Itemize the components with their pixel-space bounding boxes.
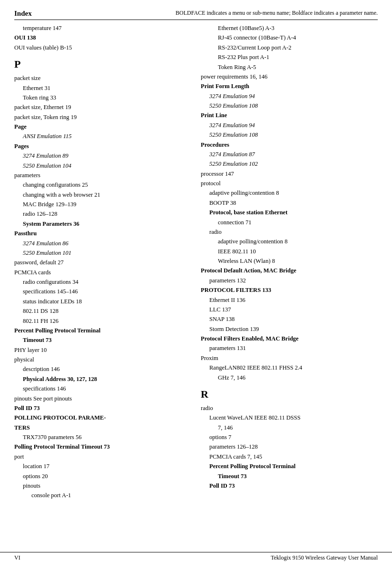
list-item: 5250 Emulation 108 xyxy=(201,101,378,110)
list-item: POLLING PROTOCOL PARAME- xyxy=(14,413,191,422)
list-item: SNAP 138 xyxy=(201,315,378,324)
list-item: radio xyxy=(201,228,378,237)
list-item: IEEE 802.11 10 xyxy=(201,247,378,256)
list-item: TRX7370 parameters 56 xyxy=(14,433,191,442)
list-item: 7, 146 xyxy=(201,423,378,432)
list-item: console port A-1 xyxy=(14,491,191,500)
list-item: 5250 Emulation 102 xyxy=(201,160,378,169)
list-item: Percent Polling Protocol Terminal xyxy=(14,326,191,335)
list-item: Protocol Default Action, MAC Bridge xyxy=(201,266,378,275)
list-item: adaptive polling/contention 8 xyxy=(201,237,378,246)
list-item: packet size xyxy=(14,74,191,83)
list-item: Passthru xyxy=(14,229,191,238)
list-item: connection 71 xyxy=(201,218,378,227)
list-item: changing configurations 25 xyxy=(14,180,191,190)
list-item: description 146 xyxy=(14,365,191,374)
header-index-label: Index xyxy=(14,10,32,18)
list-item: packet size, Token ring 19 xyxy=(14,113,191,122)
list-item: location 17 xyxy=(14,462,191,471)
column-left: temperature 147OUI 138OUI values (table)… xyxy=(14,24,191,501)
list-item: 3274 Emulation 87 xyxy=(201,150,378,159)
list-item: parameters 132 xyxy=(201,276,378,285)
list-item: changing with a web browser 21 xyxy=(14,190,191,200)
list-item: Ethernet 31 xyxy=(14,84,191,93)
list-item: Print Line xyxy=(201,111,378,120)
list-item: power requirements 16, 146 xyxy=(201,72,378,81)
list-item: Wireless LAN (Wlan) 8 xyxy=(201,257,378,266)
list-item: specifications 145–146 xyxy=(14,287,191,296)
list-item: Protocol, base station Ethernet xyxy=(201,208,378,217)
list-item: 3274 Emulation 94 xyxy=(201,121,378,130)
list-item: adaptive polling/contention 8 xyxy=(201,189,378,198)
list-item: Physical Address 30, 127, 128 xyxy=(14,375,191,384)
list-item: 802.11 DS 128 xyxy=(14,307,191,316)
list-item: options 20 xyxy=(14,472,191,481)
footer-book-title: Teklogix 9150 Wireless Gateway User Manu… xyxy=(271,554,378,561)
header-description: BOLDFACE indicates a menu or sub-menu na… xyxy=(176,10,378,17)
list-item: Pages xyxy=(14,142,191,151)
list-item: GHz 7, 146 xyxy=(201,373,378,382)
list-item: Polling Protocol Terminal Timeout 73 xyxy=(14,442,191,451)
list-item: OUI values (table) B-15 xyxy=(14,43,191,52)
list-item: Proxim xyxy=(201,354,378,363)
list-item: Lucent WaveLAN IEEE 802.11 DSSS xyxy=(201,413,378,422)
list-item: pinouts See port pinouts xyxy=(14,394,191,403)
list-item: TERS xyxy=(14,423,191,432)
list-item: specifications 146 xyxy=(14,384,191,393)
list-item: Ethernet (10Base5) A-3 xyxy=(201,24,378,33)
list-item: 3274 Emulation 86 xyxy=(14,239,191,248)
list-item: protocol xyxy=(201,179,378,188)
list-item: pinouts xyxy=(14,481,191,491)
list-item: parameters xyxy=(14,171,191,180)
list-item: ANSI Emulation 115 xyxy=(14,132,191,141)
list-item: temperature 147 xyxy=(14,24,191,33)
list-item: radio configurations 34 xyxy=(14,278,191,287)
list-item: LLC 137 xyxy=(201,305,378,314)
column-right: Ethernet (10Base5) A-3RJ-45 connector (1… xyxy=(201,24,378,501)
list-item: password, default 27 xyxy=(14,258,191,267)
list-item: Token Ring A-5 xyxy=(201,63,378,72)
list-item: OUI 138 xyxy=(14,33,191,42)
list-item: PROTOCOL FILTERS 133 xyxy=(201,286,378,295)
list-item: 5250 Emulation 108 xyxy=(201,130,378,140)
list-item: Poll ID 73 xyxy=(14,404,191,413)
list-item: 3274 Emulation 94 xyxy=(201,92,378,101)
list-item: radio xyxy=(201,404,378,413)
list-item: PHY layer 10 xyxy=(14,346,191,355)
list-item: radio 126–128 xyxy=(14,210,191,219)
list-item: BOOTP 38 xyxy=(201,199,378,208)
list-item: processor 147 xyxy=(201,170,378,179)
list-item: 3274 Emulation 89 xyxy=(14,151,191,160)
list-item: packet size, Ethernet 19 xyxy=(14,103,191,112)
list-item: PCMCIA cards xyxy=(14,268,191,277)
list-item: Storm Detection 139 xyxy=(201,325,378,334)
list-item: Timeout 73 xyxy=(14,336,191,345)
list-item: P xyxy=(14,56,191,72)
list-item: RJ-45 connector (10Base-T) A-4 xyxy=(201,33,378,42)
list-item: R xyxy=(201,386,378,402)
list-item: 5250 Emulation 101 xyxy=(14,249,191,258)
list-item: physical xyxy=(14,355,191,364)
list-item: parameters 131 xyxy=(201,344,378,353)
list-item: System Parameters 36 xyxy=(14,220,191,229)
list-item: Timeout 73 xyxy=(201,472,378,481)
list-item: PCMCIA cards 7, 145 xyxy=(201,452,378,461)
list-item: options 7 xyxy=(201,433,378,442)
list-item: 802.11 FH 126 xyxy=(14,317,191,326)
page-footer: VI Teklogix 9150 Wireless Gateway User M… xyxy=(0,552,392,561)
footer-page-number: VI xyxy=(14,554,20,561)
content-columns: temperature 147OUI 138OUI values (table)… xyxy=(14,24,378,501)
list-item: Percent Polling Protocol Terminal xyxy=(201,462,378,471)
list-item: parameters 126–128 xyxy=(201,442,378,451)
list-item: 5250 Emulation 104 xyxy=(14,161,191,170)
list-item: Print Form Length xyxy=(201,82,378,91)
page-header: Index BOLDFACE indicates a menu or sub-m… xyxy=(14,10,378,20)
list-item: port xyxy=(14,452,191,461)
list-item: Token ring 33 xyxy=(14,93,191,102)
list-item: RS-232/Current Loop port A-2 xyxy=(201,43,378,52)
list-item: RangeLAN802 IEEE 802.11 FHSS 2.4 xyxy=(201,363,378,372)
list-item: RS-232 Plus port A-1 xyxy=(201,53,378,62)
list-item: Poll ID 73 xyxy=(201,481,378,491)
list-item: Procedures xyxy=(201,140,378,150)
list-item: Ethernet II 136 xyxy=(201,296,378,305)
